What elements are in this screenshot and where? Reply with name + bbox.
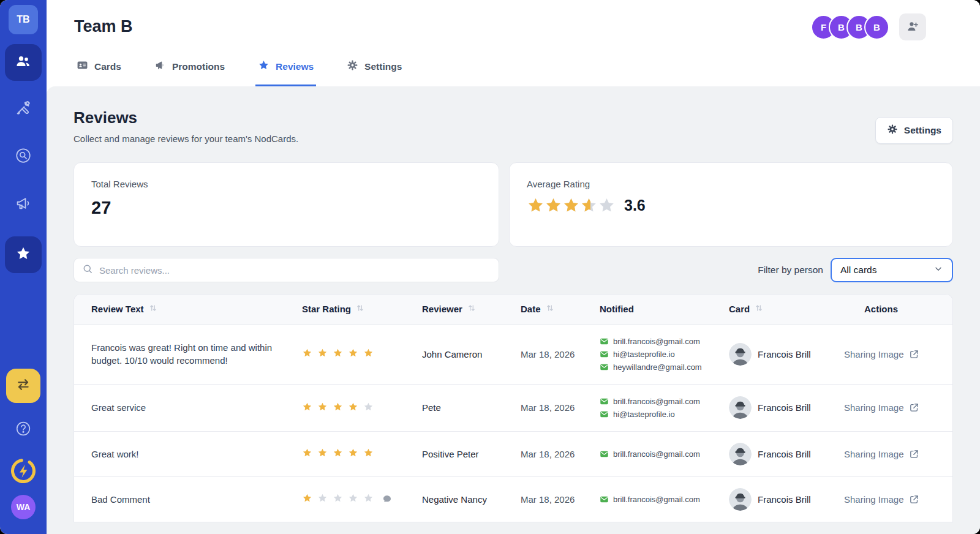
average-rating-value: 3.6 [624,197,646,214]
sharing-image-link[interactable]: Sharing Image [844,449,952,459]
star-icon [348,402,358,414]
star-icon [302,402,312,414]
workspace-avatar[interactable]: TB [9,5,38,34]
app-window: TB [0,0,980,534]
star-icon [317,348,328,360]
notified-emails: brill.francois@gmail.comhi@tasteprofile.… [600,336,729,373]
review-date: Mar 18, 2026 [521,402,575,413]
filter-label: Filter by person [758,265,823,276]
row-star-rating [302,402,422,414]
reviews-settings-button[interactable]: Settings [875,117,953,144]
column-header-star-rating[interactable]: Star Rating [302,295,422,324]
card-name: Francois Brill [758,402,811,413]
table-row: Francois was great! Right on time and wi… [74,324,952,384]
average-rating-stars [527,197,616,214]
notified-email: heywillandre@gmail.com [600,361,729,373]
chevron-down-icon [933,264,943,276]
star-icon [302,448,312,460]
swap-arrows-icon [15,376,32,396]
star-icon [317,493,328,505]
envelope-icon [600,350,609,359]
sidebar-item-switch[interactable] [6,369,40,403]
column-header-card[interactable]: Card [729,295,844,324]
filter-select-value: All cards [840,265,876,276]
tab-cards[interactable]: Cards [74,51,124,86]
column-header-review-text[interactable]: Review Text [74,295,302,324]
notified-email: brill.francois@gmail.com [600,336,729,347]
row-star-rating [302,493,422,505]
envelope-icon [600,363,609,372]
sidebar-item-tools[interactable] [12,98,34,120]
comment-bubble-icon [382,494,392,504]
person-add-icon [906,20,919,35]
sidebar-item-promotions[interactable] [12,194,34,216]
tab-reviews-label: Reviews [276,61,314,72]
total-reviews-value: 27 [91,198,481,218]
user-initials: WA [17,502,31,512]
notified-emails: brill.francois@gmail.com [600,494,729,505]
gear-icon [887,124,898,137]
search-input[interactable] [99,265,491,276]
tab-promotions[interactable]: Promotions [152,51,227,86]
id-card-icon [77,59,88,73]
reviewer-name: John Cameron [422,349,482,359]
page-title: Reviews [74,108,298,127]
notified-email: brill.francois@gmail.com [600,396,729,407]
notified-email: brill.francois@gmail.com [600,494,729,505]
toolbar: Filter by person All cards [74,258,953,282]
sharing-image-link[interactable]: Sharing Image [844,494,952,505]
envelope-icon [600,410,609,419]
member-avatar[interactable]: B [864,15,889,40]
star-icon [348,493,358,505]
column-header-date[interactable]: Date [521,295,600,324]
table-header-row: Review Text Star Rating Reviewer Date No… [74,295,952,324]
sharing-image-link[interactable]: Sharing Image [844,349,952,359]
discover-search-icon [14,146,32,167]
sidebar-item-discover[interactable] [12,146,34,168]
table-row: Great servicePeteMar 18, 2026brill.franc… [74,384,952,431]
star-icon [302,348,312,360]
card-cell: Francois Brill [729,488,844,511]
sidebar-item-energy[interactable] [9,458,37,486]
card-cell: Francois Brill [729,343,844,366]
sidebar-item-reviews[interactable] [5,236,42,273]
add-member-button[interactable] [899,13,926,40]
card-cell: Francois Brill [729,443,844,465]
lightning-bolt-icon [9,457,37,487]
card-avatar [729,343,752,366]
sort-icon [546,304,554,314]
card-cell: Francois Brill [729,396,844,419]
tab-reviews[interactable]: Reviews [255,51,316,86]
megaphone-icon [14,194,32,215]
review-date: Mar 18, 2026 [521,494,575,505]
megaphone-icon [154,59,166,73]
sidebar-item-help[interactable] [13,420,33,440]
tab-settings-label: Settings [364,61,402,72]
star-icon [333,448,343,460]
notified-emails: brill.francois@gmail.com [600,448,729,460]
sidebar-item-team[interactable] [5,44,42,81]
tab-settings[interactable]: Settings [344,51,404,86]
page-subtitle: Collect and manage reviews for your team… [74,134,298,144]
search-box [74,258,499,282]
reviewer-name: Pete [422,402,441,413]
card-name: Francois Brill [758,349,811,359]
star-icon [580,197,598,214]
average-rating-label: Average Rating [527,179,935,189]
sharing-image-link[interactable]: Sharing Image [844,402,952,413]
star-icon [348,348,358,360]
envelope-icon [600,397,609,406]
sort-icon [755,304,763,314]
star-icon [348,448,358,460]
review-date: Mar 18, 2026 [521,349,575,359]
external-link-icon [909,349,919,359]
star-icon [317,402,328,414]
filter-select[interactable]: All cards [831,258,953,282]
user-avatar[interactable]: WA [11,495,36,519]
tools-icon [14,99,32,119]
external-link-icon [909,402,919,413]
star-icon [333,402,343,414]
question-icon [15,420,32,440]
column-header-reviewer[interactable]: Reviewer [422,295,521,324]
star-icon [545,197,562,214]
